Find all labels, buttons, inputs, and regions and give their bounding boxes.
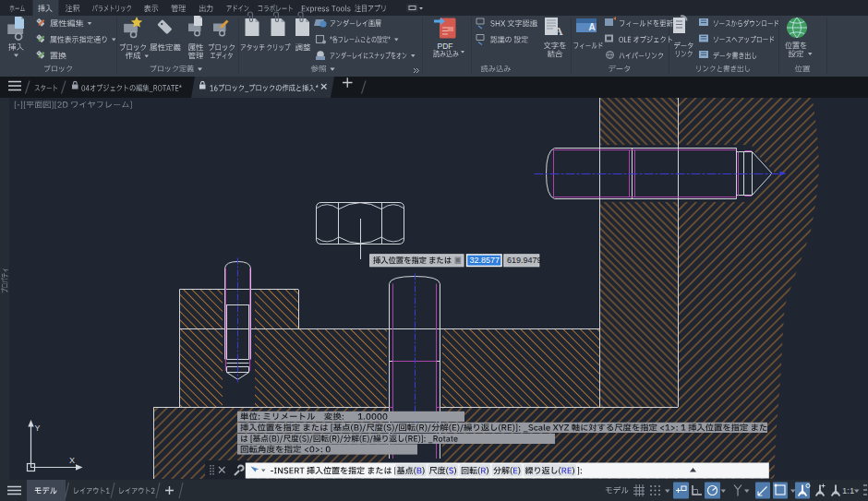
svg-text:A: A	[588, 22, 595, 32]
svg-text:1:1: 1:1	[842, 485, 854, 495]
svg-text:619.9479: 619.9479	[507, 256, 542, 265]
svg-text:Y: Y	[35, 423, 41, 433]
svg-text:32.8577: 32.8577	[470, 256, 500, 265]
svg-text:A: A	[554, 24, 563, 38]
svg-text:PDF: PDF	[438, 42, 453, 51]
svg-text:X: X	[69, 456, 75, 465]
